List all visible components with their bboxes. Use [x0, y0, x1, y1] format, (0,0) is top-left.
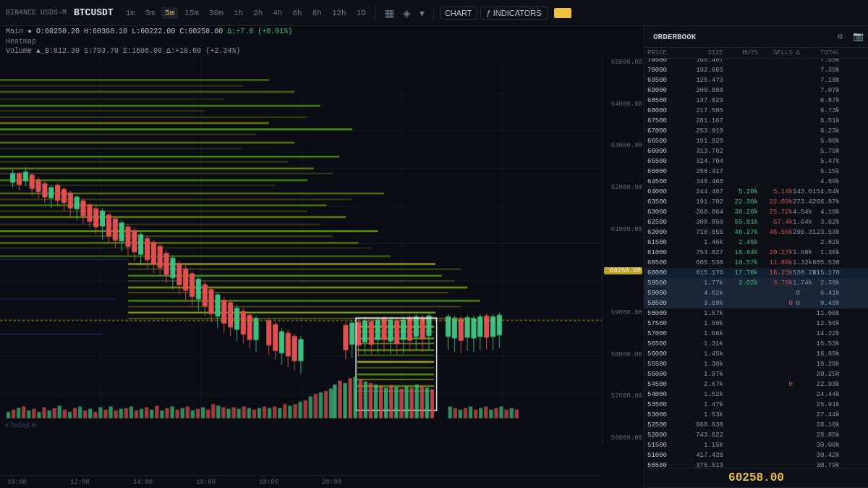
- ob-price: 59500: [647, 279, 687, 287]
- table-row[interactable]: 545002.67k022.93k: [644, 379, 868, 390]
- indicators-button[interactable]: ƒ INDICATORS: [480, 7, 548, 20]
- ob-size: 217.505: [687, 107, 723, 114]
- table-row[interactable]: 62500308.85055.81k57.4k1.64k3.62k: [644, 217, 868, 227]
- svg-rect-301: [314, 394, 318, 418]
- ob-delta: 4.54k: [793, 209, 800, 216]
- tf-6h[interactable]: 6h: [289, 7, 305, 19]
- table-row[interactable]: 60000615.17817.70k18.23k530.221615.178: [644, 268, 868, 278]
- table-row[interactable]: 535001.47k25.91k: [644, 400, 868, 410]
- chart-area: Main ● O:60250.20 H:60368.10 L:60222.00 …: [0, 26, 644, 488]
- ob-total: 6.41k: [800, 290, 840, 297]
- chart-type-icon[interactable]: ◈: [400, 6, 414, 20]
- svg-rect-15: [0, 79, 269, 80]
- table-row[interactable]: 65000258.4175.15k: [644, 167, 868, 177]
- table-row[interactable]: 570001.66k14.22k: [644, 329, 868, 339]
- table-row[interactable]: 64500348.4684.89k: [644, 177, 868, 187]
- color-swatch[interactable]: [554, 8, 571, 18]
- svg-rect-51: [128, 306, 461, 307]
- table-row[interactable]: 66500191.9295.98k: [644, 136, 868, 146]
- svg-rect-297: [293, 404, 297, 418]
- ob-size: 753.827: [687, 249, 723, 256]
- tf-2h[interactable]: 2h: [250, 7, 266, 19]
- table-row[interactable]: 530001.53k27.44k: [644, 410, 868, 420]
- svg-rect-225: [98, 407, 102, 418]
- ob-price: 51000: [647, 452, 687, 459]
- table-row[interactable]: 66000313.7625.79k: [644, 146, 868, 156]
- svg-rect-271: [469, 406, 472, 418]
- svg-rect-267: [448, 406, 452, 418]
- tf-1d[interactable]: 1D: [353, 7, 370, 19]
- table-row[interactable]: 565001.31k15.53k: [644, 339, 868, 349]
- tf-12h[interactable]: 12h: [328, 7, 350, 19]
- chart-button[interactable]: CHART: [440, 7, 477, 20]
- ob-total: 22.93k: [800, 381, 840, 388]
- table-row[interactable]: 70500160.4077.55k: [644, 59, 868, 65]
- table-row[interactable]: 555001.30k18.28k: [644, 359, 868, 369]
- svg-rect-285: [231, 407, 235, 418]
- table-row[interactable]: 68000217.5056.73k: [644, 106, 868, 116]
- table-row[interactable]: 62000710.85646.27k46.56k296.3123.53k: [644, 227, 868, 237]
- chart-type-dropdown[interactable]: ▾: [417, 6, 427, 20]
- svg-rect-108: [132, 230, 137, 252]
- svg-rect-258: [389, 385, 393, 418]
- table-row[interactable]: 575001.50k12.56k: [644, 319, 868, 329]
- price-level-63000: 63000.00: [604, 142, 642, 149]
- svg-rect-36: [0, 211, 307, 211]
- table-row[interactable]: 65500324.7045.47k: [644, 156, 868, 167]
- table-row[interactable]: 615001.46k2.45k2.82k: [644, 237, 868, 248]
- table-row[interactable]: 515001.15k30.00k: [644, 440, 868, 450]
- svg-rect-130: [203, 285, 208, 306]
- table-row[interactable]: 50500375.51330.79k: [644, 460, 868, 468]
- svg-rect-255: [374, 384, 378, 418]
- orderbook-body[interactable]: 65000115.7808.08k71500142.0497.90k710002…: [644, 59, 868, 468]
- ohlc-delta: Δ:+7.8 (+0.01%): [227, 28, 292, 35]
- table-row[interactable]: 61000753.82718.64k20.27k1.68k1.36k: [644, 248, 868, 258]
- table-row[interactable]: 540001.52k24.44k: [644, 390, 868, 400]
- svg-rect-292: [268, 408, 271, 418]
- table-row[interactable]: 69500125.4737.18k: [644, 75, 868, 85]
- settings-icon[interactable]: ⚙: [838, 31, 843, 42]
- table-row[interactable]: 550001.97k20.25k: [644, 369, 868, 379]
- svg-rect-63: [357, 379, 434, 380]
- tf-4h[interactable]: 4h: [269, 7, 286, 19]
- tf-3m[interactable]: 3m: [142, 7, 158, 19]
- ob-size: 1.57k: [687, 310, 723, 317]
- table-row[interactable]: 51000417.42830.42k: [644, 450, 868, 460]
- table-row[interactable]: 585003.09k009.49k: [644, 298, 868, 308]
- table-row[interactable]: 63500191.70222.30k22.03k273.4266.87k: [644, 197, 868, 207]
- svg-rect-152: [279, 332, 284, 353]
- table-row[interactable]: 68500137.0296.87k: [644, 96, 868, 106]
- svg-rect-241: [181, 408, 184, 418]
- tf-8h[interactable]: 8h: [309, 7, 326, 19]
- table-row[interactable]: 69000200.8907.07k: [644, 85, 868, 96]
- ob-total: 14.22k: [800, 330, 840, 337]
- ob-total: 25.91k: [800, 401, 840, 408]
- chart-type-bar-icon[interactable]: ▦: [382, 6, 397, 20]
- table-row[interactable]: 52500668.63828.10k: [644, 420, 868, 430]
- ob-size: 375.513: [687, 462, 723, 468]
- table-row[interactable]: 590004.02k06.41k: [644, 288, 868, 298]
- tf-1h[interactable]: 1h: [230, 7, 247, 19]
- svg-rect-302: [319, 392, 323, 418]
- table-row[interactable]: 580001.57k11.06k: [644, 308, 868, 319]
- tf-5m[interactable]: 5m: [161, 7, 178, 19]
- table-row[interactable]: 70000192.6657.39k: [644, 65, 868, 75]
- tf-30m[interactable]: 30m: [205, 7, 227, 19]
- tf-1m[interactable]: 1m: [122, 7, 139, 19]
- table-row[interactable]: 560001.45k16.99k: [644, 349, 868, 359]
- table-row[interactable]: 52000743.62228.85k: [644, 430, 868, 440]
- table-row[interactable]: 60500605.53810.57k11.89k1.32k605.538: [644, 258, 868, 268]
- svg-rect-38: [0, 224, 320, 224]
- table-row[interactable]: 67500281.1676.51k: [644, 116, 868, 126]
- table-row[interactable]: 63000260.86430.26k25.72k4.54k4.10k: [644, 207, 868, 217]
- header-sells: SELLS: [758, 49, 793, 56]
- chart-canvas[interactable]: ⎆ TradingLite 65000.00 64000.00 63000.00…: [0, 56, 644, 488]
- svg-rect-124: [183, 269, 188, 290]
- table-row[interactable]: 67000253.9106.23k: [644, 126, 868, 136]
- camera-icon[interactable]: 📷: [853, 31, 864, 42]
- tf-15m[interactable]: 15m: [181, 7, 203, 19]
- svg-rect-31: [0, 180, 307, 181]
- table-row[interactable]: 64000244.4875.28k5.14k143.8154.54k: [644, 187, 868, 197]
- svg-rect-215: [47, 411, 51, 418]
- table-row[interactable]: 595001.77k2.02k3.76k1.74k2.39k: [644, 278, 868, 288]
